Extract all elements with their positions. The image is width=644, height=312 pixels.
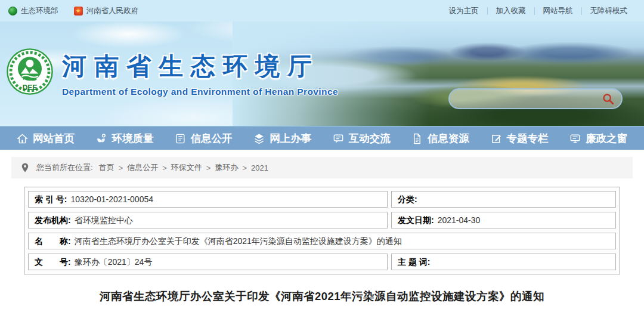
search-icon (602, 92, 615, 106)
cell-keywords: 主 题 词: (391, 254, 616, 270)
home-icon (17, 133, 28, 144)
breadcrumb-item-2021[interactable]: 2021 (251, 163, 268, 172)
breadcrumb-item-env-documents[interactable]: 环保文件 (171, 162, 202, 173)
table-row: 发布机构:省环境监控中心 发文日期:2021-04-30 (28, 212, 616, 228)
chat-icon (333, 133, 344, 144)
svg-text:DEE: DEE (23, 84, 38, 92)
site-logo-link[interactable]: DEE 河南省生态环境厅 Department of Ecology and E… (6, 48, 338, 97)
link-mee[interactable]: 生态环境部 (8, 6, 58, 16)
nav-item-env-quality[interactable]: 环境质量 (95, 131, 153, 146)
cell-issue-date: 发文日期:2021-04-30 (391, 212, 616, 228)
search-box (448, 88, 623, 109)
nav-item-online-services[interactable]: 网上办事 (253, 131, 311, 146)
site-subtitle-en: Department of Ecology and Environment of… (62, 87, 338, 97)
breadcrumb-item-yuhuanban[interactable]: 豫环办 (215, 162, 238, 173)
nav-item-info-disclosure[interactable]: 信息公开 (175, 131, 233, 146)
cell-issuing-agency: 发布机构:省环境监控中心 (28, 212, 388, 228)
breadcrumb-separator: > (206, 163, 211, 172)
nav-item-integrity-window[interactable]: 廉政之窗 (569, 131, 627, 146)
breadcrumb-separator: > (119, 163, 123, 172)
book-icon (175, 133, 186, 144)
breadcrumb-item-info-disclosure[interactable]: 信息公开 (127, 162, 158, 173)
leaf-icon (95, 133, 107, 144)
document-info-table: 索 引 号:10320-01-2021-00054 分类: 发布机构:省环境监控… (24, 187, 620, 274)
breadcrumb: 您当前所在位置: 首页 > 信息公开 > 环保文件 > 豫环办 > 2021 (11, 157, 633, 178)
henan-gov-emblem-icon: ★ (74, 7, 83, 16)
cell-document-name: 名 称:河南省生态环境厅办公室关于印发《河南省2021年污染源自动监控设施建设方… (28, 233, 616, 249)
link-accessibility-mode[interactable]: 无障碍模式 (582, 6, 636, 16)
article-title: 河南省生态环境厅办公室关于印发《河南省2021年污染源自动监控设施建设方案》的通… (24, 289, 620, 304)
table-row: 索 引 号:10320-01-2021-00054 分类: (28, 191, 616, 208)
breadcrumb-separator: > (242, 163, 247, 172)
nav-item-info-resources[interactable]: 信息资源 (411, 131, 469, 146)
table-row: 文 号:豫环办〔2021〕24号 主 题 词: (28, 254, 616, 270)
cell-document-number: 文 号:豫环办〔2021〕24号 (28, 254, 388, 270)
site-title: 河南省生态环境厅 (62, 50, 338, 83)
nav-item-special-topics[interactable]: 专题专栏 (491, 131, 549, 146)
document-icon (411, 133, 423, 144)
search-input[interactable] (459, 89, 600, 108)
site-banner: DEE 河南省生态环境厅 Department of Ecology and E… (0, 21, 644, 127)
link-site-map[interactable]: 网站导航 (535, 6, 581, 16)
edit-icon (491, 133, 502, 144)
breadcrumb-item-home[interactable]: 首页 (99, 162, 114, 173)
link-henan-gov[interactable]: ★ 河南省人民政府 (74, 6, 139, 16)
link-set-homepage[interactable]: 设为主页 (441, 6, 487, 16)
link-add-favorite[interactable]: 加入收藏 (488, 6, 534, 16)
search-button[interactable] (600, 91, 617, 107)
layers-icon (253, 133, 265, 144)
breadcrumb-prefix: 您当前所在位置: (36, 162, 93, 173)
location-pin-icon (20, 162, 30, 173)
nav-item-interaction[interactable]: 互动交流 (333, 131, 391, 146)
main-nav: 网站首页 环境质量 信息公开 网上办事 互动交流 信息资源 (0, 127, 644, 150)
link-mee-label: 生态环境部 (21, 6, 58, 16)
dee-logo-icon: DEE (6, 48, 54, 95)
cell-category: 分类: (391, 191, 616, 208)
mee-logo-icon (8, 7, 17, 16)
nav-item-home[interactable]: 网站首页 (17, 131, 75, 146)
link-henan-gov-label: 河南省人民政府 (86, 6, 139, 16)
cell-index-number: 索 引 号:10320-01-2021-00054 (28, 191, 388, 208)
table-row: 名 称:河南省生态环境厅办公室关于印发《河南省2021年污染源自动监控设施建设方… (28, 233, 616, 249)
top-utility-bar: 生态环境部 ★ 河南省人民政府 设为主页 加入收藏 网站导航 无障碍模式 (0, 0, 644, 21)
breadcrumb-separator: > (162, 163, 167, 172)
monitor-icon (569, 133, 581, 144)
